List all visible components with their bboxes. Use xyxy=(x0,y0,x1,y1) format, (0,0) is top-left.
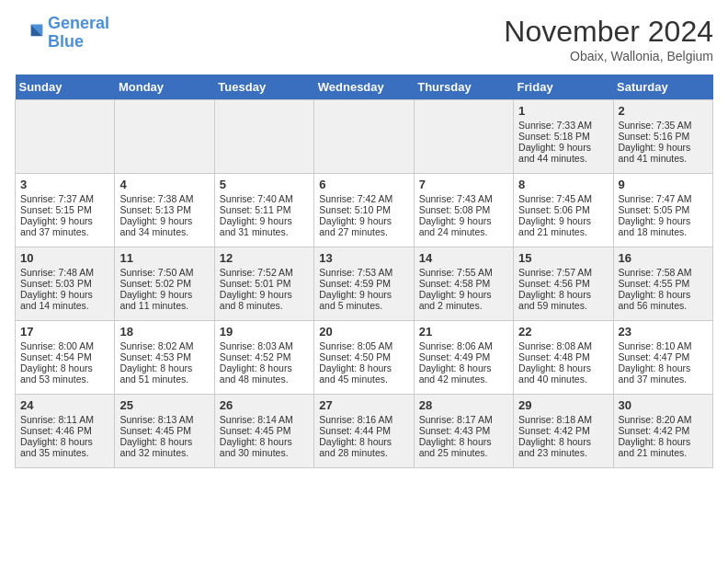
day-number: 4 xyxy=(119,178,209,191)
calendar-cell xyxy=(214,100,313,174)
day-info: Sunrise: 7:52 AM xyxy=(220,267,309,278)
day-number: 16 xyxy=(619,251,708,265)
month-title: November 2024 xyxy=(504,15,713,49)
calendar-cell: 16Sunrise: 7:58 AMSunset: 4:55 PMDayligh… xyxy=(613,247,712,321)
day-info: Sunrise: 8:11 AM xyxy=(20,414,109,425)
calendar-cell: 18Sunrise: 8:02 AMSunset: 4:53 PMDayligh… xyxy=(115,321,214,395)
day-info: Sunset: 5:13 PM xyxy=(119,204,209,215)
day-number: 7 xyxy=(419,178,508,191)
day-info: Sunrise: 7:55 AM xyxy=(419,267,508,278)
day-info: Sunrise: 7:38 AM xyxy=(119,193,209,204)
day-info: Sunrise: 8:14 AM xyxy=(220,414,309,425)
day-info: Sunset: 4:47 PM xyxy=(619,351,708,362)
day-number: 24 xyxy=(20,398,109,412)
day-info: Sunrise: 8:02 AM xyxy=(119,340,209,351)
day-info: Sunrise: 7:40 AM xyxy=(220,193,309,204)
day-info: Sunset: 4:43 PM xyxy=(419,425,508,436)
day-number: 25 xyxy=(119,398,209,412)
day-info: Sunset: 5:11 PM xyxy=(220,204,309,215)
day-info: Daylight: 9 hours and 24 minutes. xyxy=(419,215,508,237)
day-header-monday: Monday xyxy=(115,75,214,100)
day-info: Sunset: 5:18 PM xyxy=(518,131,608,142)
calendar-cell: 2Sunrise: 7:35 AMSunset: 5:16 PMDaylight… xyxy=(613,100,712,174)
day-info: Sunrise: 8:00 AM xyxy=(20,340,109,351)
day-info: Daylight: 8 hours and 51 minutes. xyxy=(119,362,209,385)
calendar-cell: 11Sunrise: 7:50 AMSunset: 5:02 PMDayligh… xyxy=(115,247,214,321)
day-info: Daylight: 8 hours and 28 minutes. xyxy=(319,436,408,458)
day-info: Sunset: 4:46 PM xyxy=(20,425,109,436)
day-info: Sunrise: 7:57 AM xyxy=(518,267,608,278)
day-info: Daylight: 8 hours and 35 minutes. xyxy=(20,436,109,458)
day-info: Daylight: 8 hours and 40 minutes. xyxy=(518,362,608,385)
day-info: Sunrise: 8:03 AM xyxy=(220,340,309,351)
day-number: 8 xyxy=(518,178,608,191)
day-info: Sunset: 4:48 PM xyxy=(518,351,608,362)
day-info: Daylight: 9 hours and 5 minutes. xyxy=(319,289,408,311)
day-info: Daylight: 8 hours and 23 minutes. xyxy=(518,436,608,458)
calendar-cell: 13Sunrise: 7:53 AMSunset: 4:59 PMDayligh… xyxy=(314,247,414,321)
page-header: General Blue November 2024 Obaix, Wallon… xyxy=(15,15,713,63)
day-number: 29 xyxy=(518,398,608,412)
day-info: Daylight: 9 hours and 27 minutes. xyxy=(319,215,408,237)
calendar-cell: 30Sunrise: 8:20 AMSunset: 4:42 PMDayligh… xyxy=(613,395,712,468)
day-info: Sunrise: 7:47 AM xyxy=(619,193,708,204)
day-number: 15 xyxy=(518,251,608,265)
day-info: Daylight: 9 hours and 14 minutes. xyxy=(20,289,109,311)
day-info: Sunrise: 7:35 AM xyxy=(619,120,708,131)
calendar-cell: 1Sunrise: 7:33 AMSunset: 5:18 PMDaylight… xyxy=(514,100,613,174)
logo-icon xyxy=(15,18,44,48)
day-info: Sunset: 5:05 PM xyxy=(619,204,708,215)
day-number: 26 xyxy=(220,398,309,412)
calendar-cell: 25Sunrise: 8:13 AMSunset: 4:45 PMDayligh… xyxy=(115,395,214,468)
calendar-week-row: 24Sunrise: 8:11 AMSunset: 4:46 PMDayligh… xyxy=(16,395,713,468)
day-number: 23 xyxy=(619,325,708,339)
day-info: Daylight: 9 hours and 11 minutes. xyxy=(119,289,209,311)
day-number: 9 xyxy=(619,178,708,191)
day-number: 17 xyxy=(20,325,109,339)
day-info: Sunrise: 8:10 AM xyxy=(619,340,708,351)
day-number: 11 xyxy=(119,251,209,265)
calendar-cell: 9Sunrise: 7:47 AMSunset: 5:05 PMDaylight… xyxy=(613,174,712,247)
calendar-cell: 15Sunrise: 7:57 AMSunset: 4:56 PMDayligh… xyxy=(514,247,613,321)
calendar-cell: 26Sunrise: 8:14 AMSunset: 4:45 PMDayligh… xyxy=(214,395,313,468)
day-number: 3 xyxy=(20,178,109,191)
day-info: Sunset: 5:01 PM xyxy=(220,278,309,289)
day-info: Sunrise: 7:33 AM xyxy=(518,120,608,131)
day-info: Daylight: 9 hours and 41 minutes. xyxy=(619,142,708,164)
day-info: Sunset: 4:49 PM xyxy=(419,351,508,362)
day-info: Sunset: 5:08 PM xyxy=(419,204,508,215)
day-header-friday: Friday xyxy=(514,75,613,100)
calendar-cell: 20Sunrise: 8:05 AMSunset: 4:50 PMDayligh… xyxy=(314,321,414,395)
day-header-tuesday: Tuesday xyxy=(214,75,313,100)
day-info: Sunset: 4:50 PM xyxy=(319,351,408,362)
day-info: Daylight: 8 hours and 37 minutes. xyxy=(619,362,708,385)
calendar-header-row: SundayMondayTuesdayWednesdayThursdayFrid… xyxy=(16,75,713,100)
day-info: Daylight: 8 hours and 21 minutes. xyxy=(619,436,708,458)
day-number: 2 xyxy=(619,104,708,118)
day-info: Sunset: 4:54 PM xyxy=(20,351,109,362)
day-info: Sunset: 4:56 PM xyxy=(518,278,608,289)
day-info: Daylight: 8 hours and 32 minutes. xyxy=(119,436,209,458)
day-info: Daylight: 9 hours and 44 minutes. xyxy=(518,142,608,164)
day-info: Daylight: 9 hours and 31 minutes. xyxy=(220,215,309,237)
day-number: 1 xyxy=(518,104,608,118)
day-info: Sunrise: 8:13 AM xyxy=(119,414,209,425)
calendar-cell: 8Sunrise: 7:45 AMSunset: 5:06 PMDaylight… xyxy=(514,174,613,247)
calendar-cell: 3Sunrise: 7:37 AMSunset: 5:15 PMDaylight… xyxy=(16,174,115,247)
calendar-cell: 6Sunrise: 7:42 AMSunset: 5:10 PMDaylight… xyxy=(314,174,414,247)
calendar-cell: 27Sunrise: 8:16 AMSunset: 4:44 PMDayligh… xyxy=(314,395,414,468)
day-info: Sunset: 5:02 PM xyxy=(119,278,209,289)
calendar-cell: 5Sunrise: 7:40 AMSunset: 5:11 PMDaylight… xyxy=(214,174,313,247)
day-info: Sunrise: 8:20 AM xyxy=(619,414,708,425)
day-info: Sunset: 4:44 PM xyxy=(319,425,408,436)
day-info: Sunset: 4:52 PM xyxy=(220,351,309,362)
day-info: Daylight: 9 hours and 34 minutes. xyxy=(119,215,209,237)
day-info: Sunrise: 7:48 AM xyxy=(20,267,109,278)
day-info: Sunrise: 7:58 AM xyxy=(619,267,708,278)
day-info: Sunrise: 7:53 AM xyxy=(319,267,408,278)
day-info: Sunrise: 7:43 AM xyxy=(419,193,508,204)
location: Obaix, Wallonia, Belgium xyxy=(504,49,713,63)
calendar-week-row: 10Sunrise: 7:48 AMSunset: 5:03 PMDayligh… xyxy=(16,247,713,321)
day-info: Daylight: 9 hours and 18 minutes. xyxy=(619,215,708,237)
day-number: 22 xyxy=(518,325,608,339)
